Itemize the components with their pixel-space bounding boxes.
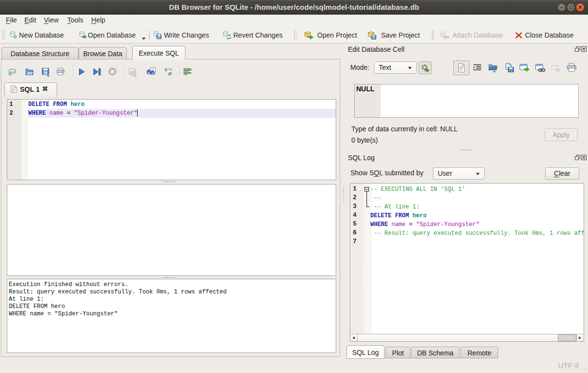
svg-text:a: a	[168, 69, 172, 76]
svg-text:b: b	[165, 67, 167, 72]
